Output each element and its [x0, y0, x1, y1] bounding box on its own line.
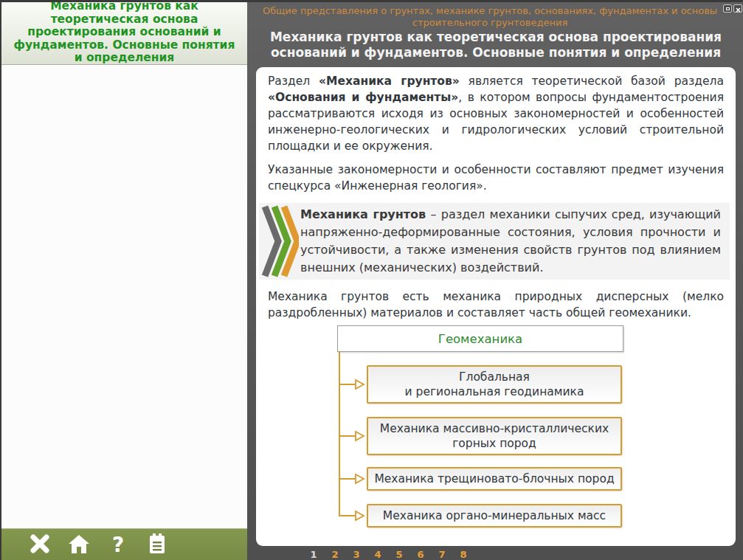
slide-frame: Общие представления о грунтах, механике …: [247, 2, 743, 560]
bottom-toolbar: ?: [1, 528, 247, 560]
lesson-sidebar: Механика грунтов как теоретическая основ…: [1, 2, 247, 560]
notes-icon: [148, 533, 166, 558]
diagram-connector-branch: [339, 435, 355, 437]
definition-term: Механика грунтов: [300, 207, 426, 221]
page-number-5[interactable]: 5: [392, 549, 407, 560]
diagram-root-box: Геомеханика: [337, 325, 623, 352]
definition-callout: Механика грунтов – раздел механики сыпуч…: [259, 203, 730, 280]
close-icon: [30, 533, 50, 557]
lesson-title-block: Механика грунтов как теоретическая основ…: [1, 2, 247, 65]
arrow-right-icon: [353, 430, 365, 445]
page-number-7[interactable]: 7: [435, 549, 449, 560]
exit-button[interactable]: [28, 533, 52, 558]
page-number-8[interactable]: 8: [456, 549, 471, 560]
page-number-3[interactable]: 3: [349, 549, 364, 560]
diagram-connector-branch: [339, 515, 355, 516]
course-player-window: Механика грунтов как теоретическая основ…: [0, 0, 743, 560]
home-button[interactable]: [67, 533, 91, 558]
page-number-1[interactable]: 1: [306, 549, 321, 560]
p1-text: Раздел: [268, 75, 319, 88]
diagram-connector-vertical: [339, 352, 340, 516]
diagram-connector-branch: [339, 478, 355, 480]
page-number-4[interactable]: 4: [370, 549, 385, 560]
module-breadcrumb: Общие представления о грунтах, механике …: [255, 5, 725, 28]
definition-text: Механика грунтов – раздел механики сыпуч…: [300, 206, 721, 277]
close-window-button[interactable]: [733, 4, 742, 13]
p1-term-foundations: «Основания и фундаменты»: [268, 91, 458, 104]
close-window-icon: [736, 1, 741, 15]
geomechanics-diagram: Геомеханика Глобальная и региональная ге…: [256, 325, 736, 539]
arrow-right-icon: [353, 473, 365, 488]
page-number-6[interactable]: 6: [413, 549, 428, 560]
notes-button[interactable]: [145, 533, 169, 558]
diagram-child-box: Механика массивно-кристаллических горных…: [367, 417, 622, 455]
p1-term-soil-mechanics: «Механика грунтов»: [319, 75, 460, 88]
sidebar-content-area: [1, 66, 247, 528]
chevron-decoration-icon: [260, 205, 299, 280]
diagram-child-box: Механика органо-минеральных масс: [367, 504, 622, 528]
diagram-child-box: Глобальная и региональная геодинамика: [367, 365, 622, 404]
help-icon: ?: [112, 535, 124, 556]
restore-icon: [726, 7, 730, 10]
slide-title: Механика грунтов как теоретическая основ…: [255, 30, 737, 61]
restore-window-button[interactable]: [723, 4, 732, 13]
slide-content-panel: Раздел «Механика грунтов» является теоре…: [256, 67, 736, 546]
window-controls: [723, 4, 742, 13]
diagram-connector-branch: [339, 384, 355, 385]
paragraph-geology-course: Указанные закономерности и особенности с…: [268, 162, 724, 194]
lesson-title: Механика грунтов как теоретическая основ…: [9, 0, 240, 65]
diagram-child-box: Механика трещиновато-блочных пород: [367, 467, 622, 491]
pagination: 1 2 3 4 5 6 7 8: [256, 547, 736, 560]
home-icon: [68, 534, 90, 557]
help-button[interactable]: ?: [106, 533, 130, 558]
arrow-right-icon: [353, 510, 365, 525]
paragraph-geomechanics: Механика грунтов есть механика природных…: [268, 288, 724, 321]
paragraph-intro: Раздел «Механика грунтов» является теоре…: [268, 73, 724, 154]
p1-text-mid: является теоретической базой раздела: [460, 75, 724, 88]
page-number-2[interactable]: 2: [328, 549, 342, 560]
arrow-right-icon: [353, 378, 365, 393]
